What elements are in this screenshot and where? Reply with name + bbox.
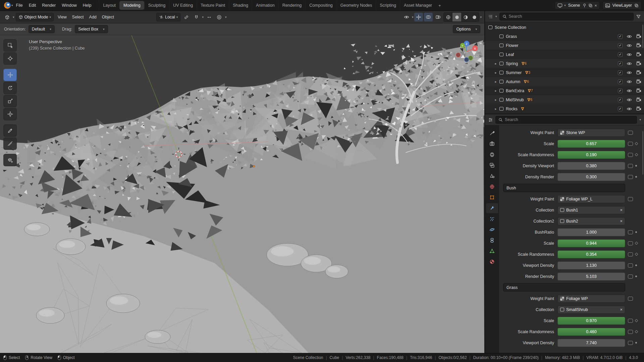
blender-logo-icon[interactable] [4,2,11,9]
tool-transform-button[interactable] [3,108,17,120]
selectability-checkbox[interactable]: ✓ [618,98,623,102]
view-object-types-button[interactable] [402,13,411,21]
editor-type-button[interactable] [3,13,11,21]
properties-tab-object[interactable] [486,192,498,202]
properties-editor-icon[interactable] [488,117,493,122]
visibility-eye-toggle[interactable] [627,88,632,94]
number-field[interactable]: 1.130 [557,261,625,269]
keyframe-dot-icon[interactable] [635,276,637,277]
menu-help[interactable]: Help [80,2,95,9]
visibility-eye-toggle[interactable] [627,43,632,48]
workspace-tab-geometry-nodes[interactable]: Geometry Nodes [336,1,376,10]
outliner-item-midshrub[interactable]: ▸MidShrub∇6✓ [485,95,644,104]
selectability-checkbox[interactable]: ✓ [618,61,623,66]
expand-arrow-icon[interactable]: ▸ [494,62,498,65]
section-name-field[interactable]: Grass [503,283,625,292]
animate-property-icon[interactable] [628,230,633,234]
properties-tab-material[interactable] [486,257,498,267]
selectability-checkbox[interactable]: ✓ [618,79,623,84]
outliner-item-barkextra[interactable]: ▸BarkExtra∇7✓ [485,86,644,95]
selectability-checkbox[interactable]: ✓ [618,70,623,75]
render-camera-toggle[interactable] [636,34,641,39]
properties-search[interactable] [495,116,637,124]
value-slider[interactable]: 0.354 [557,250,625,258]
properties-tab-constraints[interactable] [486,235,498,245]
clear-collection-icon[interactable]: × [620,307,623,312]
view-object-types-chevron-icon[interactable]: ▾ [412,16,414,19]
weight-paint-field[interactable]: Foliage WP_L [557,195,625,203]
properties-tab-scene[interactable] [486,171,498,181]
workspace-tab-scripting[interactable]: Scripting [376,1,400,10]
orthographic-grid-icon[interactable] [471,102,477,108]
close-scene-icon[interactable]: × [594,3,597,8]
snap-increment-button[interactable] [205,13,214,21]
animate-property-icon[interactable] [628,341,633,345]
section-name-field[interactable]: Bush [503,184,625,192]
keyframe-diamond-icon[interactable] [635,242,638,245]
navigation-gizmo[interactable]: Z X Y [453,39,480,65]
snap-toggle-button[interactable] [192,13,201,21]
new-scene-icon[interactable] [588,3,593,8]
collection-field[interactable]: SmallShrub× [557,306,625,314]
properties-tab-world[interactable] [486,182,498,192]
xray-toggle[interactable] [434,13,442,21]
properties-tab-object-data[interactable] [486,246,498,256]
selectability-checkbox[interactable]: ✓ [618,34,623,39]
pivot-point-button[interactable] [182,13,191,21]
animate-property-icon[interactable] [628,330,633,334]
clear-collection-icon[interactable]: × [620,219,623,223]
animate-property-icon[interactable] [628,263,633,267]
workspace-tab-shading[interactable]: Shading [229,1,252,10]
properties-tab-render[interactable] [486,139,498,149]
keyframe-diamond-icon[interactable] [635,330,638,334]
properties-scrollbar[interactable] [642,131,643,175]
value-slider[interactable]: 0.944 [557,239,625,247]
workspace-tab-uv-editing[interactable]: UV Editing [169,1,197,10]
shading-wireframe-button[interactable] [444,13,452,21]
animate-property-icon[interactable] [628,175,633,179]
workspace-tab-layout[interactable]: Layout [99,1,119,10]
viewport-menu-add[interactable]: Add [87,13,99,21]
keyframe-dot-icon[interactable] [635,264,637,266]
visibility-eye-toggle[interactable] [627,34,632,39]
render-camera-toggle[interactable] [636,97,641,103]
animate-property-icon[interactable] [628,275,633,279]
shading-solid-button[interactable] [452,13,461,21]
outliner-item-grass[interactable]: Grass✓ [485,32,644,41]
shading-chevron-icon[interactable]: ▾ [480,16,482,19]
keyframe-dot-icon[interactable] [635,165,637,167]
render-camera-toggle[interactable] [636,43,641,48]
workspace-tab-texture-paint[interactable]: Texture Paint [197,1,229,10]
properties-tab-output[interactable] [486,149,498,160]
selectability-checkbox[interactable]: ✓ [618,43,623,48]
properties-tab-modifiers[interactable] [486,203,498,213]
animate-property-icon[interactable] [628,164,633,168]
tool-rotate-button[interactable] [3,82,17,94]
animate-property-icon[interactable] [628,241,633,245]
options-dropdown[interactable]: Options ▾ [453,25,480,33]
properties-search-input[interactable] [505,117,634,122]
weight-paint-field[interactable]: Foliage WP [557,295,625,303]
menu-window[interactable]: Window [59,2,79,9]
render-camera-toggle[interactable] [636,88,641,94]
workspace-tab-sculpting[interactable]: Sculpting [144,1,169,10]
render-camera-toggle[interactable] [636,70,641,75]
number-field[interactable]: 7.740 [557,339,625,347]
number-field[interactable]: 0.300 [557,173,625,181]
outliner-item-autumn[interactable]: ▸Autumn∇6✓ [485,77,644,86]
workspace-tab-modeling[interactable]: Modeling [119,1,144,10]
number-field[interactable]: 1.000 [557,228,625,236]
viewlayer-name[interactable]: ViewLayer [612,3,633,8]
tool-select-box-button[interactable] [3,39,17,52]
transform-orientation-select[interactable]: Local ▾ [156,13,180,21]
workspace-tab-compositing[interactable]: Compositing [305,1,336,10]
scene-name[interactable]: Scene [568,3,581,8]
outliner-search-input[interactable] [509,14,631,19]
workspace-tab-animation[interactable]: Animation [252,1,278,10]
outliner-editor-chevron-icon[interactable]: ▾ [495,15,497,18]
visibility-eye-toggle[interactable] [627,79,632,84]
number-field[interactable]: 5.103 [557,273,625,281]
outliner-item-leaf[interactable]: Leaf✓ [485,50,644,59]
viewport-menu-view[interactable]: View [55,13,69,21]
outliner-item-spring[interactable]: ▸Spring∇6✓ [485,59,644,68]
